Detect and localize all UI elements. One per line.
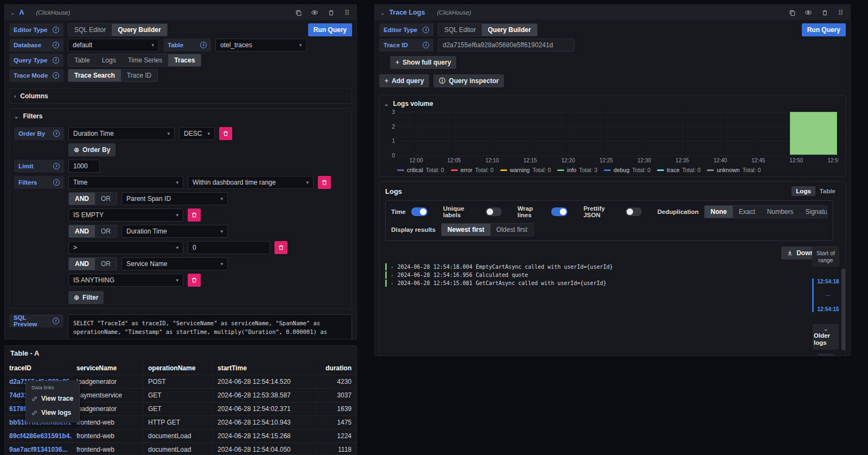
panel-title[interactable]: A	[19, 9, 24, 16]
query-type-timeseries-option[interactable]: Time Series	[122, 54, 169, 66]
filter-operator-select[interactable]: IS ANYTHING▾	[68, 274, 183, 287]
run-query-button[interactable]: Run Query	[308, 23, 352, 36]
older-logs-button[interactable]: ⌄ Older logs	[813, 324, 839, 350]
drag-handle-icon[interactable]: ⠿	[343, 9, 351, 16]
expand-chevron-icon[interactable]: ›	[391, 273, 393, 278]
log-row[interactable]: › 2024-06-28 12:54:15.081 GetCartAsync c…	[385, 279, 796, 287]
collapse-chevron-icon[interactable]: ⌄	[380, 10, 385, 16]
remove-filter-button[interactable]	[275, 241, 288, 254]
filter-field-select[interactable]: Duration Time▾	[122, 225, 228, 238]
trace-id-input[interactable]	[438, 39, 575, 52]
columns-section[interactable]: ›Columns	[9, 89, 352, 104]
sql-editor-option[interactable]: SQL Editor	[438, 24, 482, 36]
trace-search-option[interactable]: Trace Search	[68, 69, 121, 81]
and-option[interactable]: AND	[69, 193, 95, 205]
drag-handle-icon[interactable]: ⠿	[837, 9, 845, 16]
query-builder-option[interactable]: Query Builder	[482, 24, 537, 36]
logs-tab[interactable]: Logs	[792, 186, 815, 196]
column-header-duration[interactable]: duration	[316, 362, 356, 375]
copy-icon[interactable]	[295, 9, 302, 16]
table-select[interactable]: otel_traces▾	[215, 39, 307, 52]
info-icon[interactable]: i	[423, 27, 429, 33]
trace-link[interactable]: 89cf4286e631591b4...	[5, 429, 72, 443]
dedup-exact-option[interactable]: Exact	[733, 206, 761, 218]
add-order-by-button[interactable]: ⊕Order By	[68, 143, 116, 156]
logs-scrollbar[interactable]	[841, 269, 845, 350]
scroll-to-top-button[interactable]: ↑	[818, 353, 834, 356]
query-inspector-button[interactable]: ⓘQuery inspector	[433, 74, 504, 87]
order-by-field-select[interactable]: Duration Time▾	[68, 127, 175, 140]
view-trace-menu-item[interactable]: View trace	[26, 391, 79, 406]
info-icon[interactable]: i	[53, 179, 60, 186]
log-range-timeline[interactable]: 12:54:18 — 12:54:15	[812, 279, 839, 312]
oldest-first-option[interactable]: Oldest first	[490, 224, 533, 236]
eye-icon[interactable]	[311, 9, 318, 16]
info-icon[interactable]: i	[53, 72, 59, 79]
info-icon[interactable]: i	[53, 57, 59, 64]
trace-link[interactable]: 9ae7acf91341036...	[5, 443, 72, 455]
panel-title[interactable]: Trace Logs	[389, 9, 425, 16]
remove-filter-button[interactable]	[188, 208, 201, 222]
expand-chevron-icon[interactable]: ›	[391, 281, 393, 286]
or-option[interactable]: OR	[95, 225, 117, 237]
filter-operator-select[interactable]: IS EMPTY▾	[68, 208, 183, 222]
wrap-lines-toggle[interactable]	[551, 207, 567, 216]
query-type-traces-option[interactable]: Traces	[168, 54, 201, 66]
newest-first-option[interactable]: Newest first	[442, 224, 490, 236]
column-header-traceid[interactable]: traceID	[5, 362, 72, 375]
filter-field-select[interactable]: Service Name▾	[122, 257, 228, 270]
trash-icon[interactable]	[327, 9, 335, 16]
filter-field-select[interactable]: Time▾	[68, 176, 183, 189]
info-icon[interactable]: i	[53, 42, 59, 48]
copy-icon[interactable]	[788, 9, 796, 16]
eye-icon[interactable]	[805, 9, 812, 16]
limit-input[interactable]	[68, 160, 100, 173]
add-query-button[interactable]: +Add query	[379, 74, 429, 87]
info-volume-bar[interactable]	[790, 112, 837, 155]
trace-id-option[interactable]: Trace ID	[121, 69, 158, 81]
log-row[interactable]: › 2024-06-28 12:54:18.004 EmptyCartAsync…	[385, 263, 796, 271]
trash-icon[interactable]	[821, 9, 828, 16]
info-icon[interactable]: i	[200, 42, 207, 48]
query-type-table-option[interactable]: Table	[68, 54, 96, 66]
run-query-button[interactable]: Run Query	[802, 23, 846, 36]
unique-labels-toggle[interactable]	[486, 207, 502, 216]
log-row[interactable]: › 2024-06-28 12:54:16.956 Calculated quo…	[385, 271, 796, 279]
time-toggle[interactable]	[411, 207, 427, 216]
logs-volume-header[interactable]: ⌄ Logs volume	[384, 100, 841, 108]
dedup-signature-option[interactable]: Signature	[800, 206, 828, 218]
filters-section-header[interactable]: ⌄Filters	[14, 112, 347, 121]
info-icon[interactable]: i	[53, 130, 60, 137]
table-tab[interactable]: Table	[815, 186, 840, 196]
add-filter-button[interactable]: ⊕Filter	[68, 291, 104, 304]
filter-value-input[interactable]	[188, 241, 270, 254]
or-option[interactable]: OR	[95, 258, 117, 270]
filter-operator-select[interactable]: Within dashboard time range▾	[188, 176, 314, 189]
dedup-numbers-option[interactable]: Numbers	[761, 206, 800, 218]
and-option[interactable]: AND	[69, 225, 95, 237]
column-header-starttime[interactable]: startTime	[213, 362, 316, 375]
query-type-logs-option[interactable]: Logs	[96, 54, 122, 66]
database-select[interactable]: default▾	[68, 39, 159, 52]
expand-chevron-icon[interactable]: ›	[391, 264, 393, 270]
view-logs-menu-item[interactable]: View logs	[26, 406, 79, 420]
info-icon[interactable]: i	[423, 42, 429, 48]
show-full-query-button[interactable]: +Show full query	[390, 56, 456, 69]
sql-editor-option[interactable]: SQL Editor	[68, 24, 112, 36]
remove-filter-button[interactable]	[318, 176, 331, 189]
filter-field-select[interactable]: Parent Span ID▾	[122, 192, 228, 205]
and-option[interactable]: AND	[69, 258, 95, 270]
query-builder-option[interactable]: Query Builder	[112, 24, 167, 36]
filter-operator-select[interactable]: >▾	[68, 241, 183, 254]
column-header-operationname[interactable]: operationName	[144, 362, 213, 375]
column-header-servicename[interactable]: serviceName	[72, 362, 144, 375]
dedup-none-option[interactable]: None	[705, 206, 733, 218]
collapse-chevron-icon[interactable]: ⌄	[10, 10, 15, 16]
info-icon[interactable]: i	[53, 163, 60, 169]
order-by-direction-select[interactable]: DESC▾	[179, 127, 215, 140]
prettify-json-toggle[interactable]	[626, 207, 642, 216]
remove-filter-button[interactable]	[188, 274, 201, 287]
info-icon[interactable]: i	[53, 27, 59, 33]
info-icon[interactable]: i	[53, 318, 59, 324]
remove-order-by-button[interactable]	[219, 127, 232, 140]
